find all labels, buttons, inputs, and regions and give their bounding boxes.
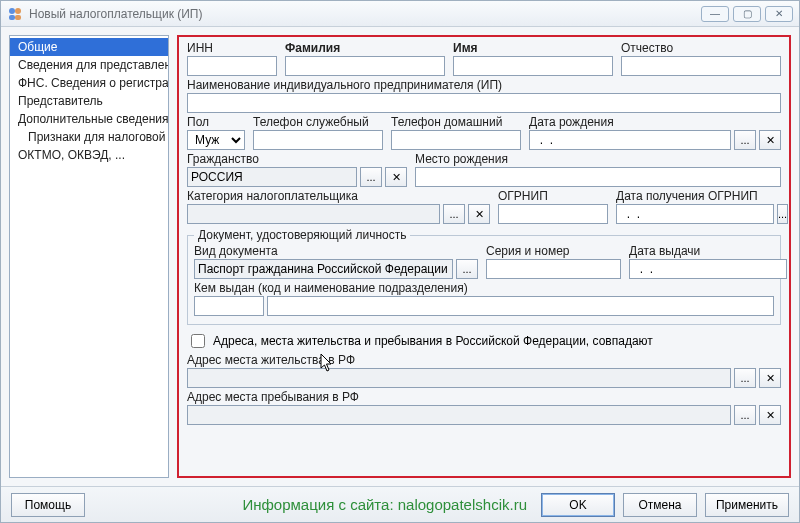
label-doc-issue-date: Дата выдачи	[629, 244, 774, 258]
label-surname: Фамилия	[285, 41, 445, 55]
work-phone-input[interactable]	[253, 130, 383, 150]
doc-type-input[interactable]	[194, 259, 453, 279]
addr-residence-clear-button[interactable]: ✕	[759, 368, 781, 388]
label-home-phone: Телефон домашний	[391, 115, 521, 129]
minimize-button[interactable]: —	[701, 6, 729, 22]
nav-item-oktmo-okved[interactable]: ОКТМО, ОКВЭД, ...	[10, 146, 168, 164]
nav-item-additional[interactable]: Дополнительные сведения	[10, 110, 168, 128]
ogrnip-date-pick-button[interactable]: ...	[777, 204, 788, 224]
nav-item-representative[interactable]: Представитель	[10, 92, 168, 110]
taxpayer-category-input[interactable]	[187, 204, 440, 224]
label-doc-series: Серия и номер	[486, 244, 621, 258]
issued-by-code-input[interactable]	[194, 296, 264, 316]
citizenship-clear-button[interactable]: ✕	[385, 167, 407, 187]
taxpayer-category-pick-button[interactable]: ...	[443, 204, 465, 224]
patronymic-input[interactable]	[621, 56, 781, 76]
addr-stay-pick-button[interactable]: ...	[734, 405, 756, 425]
addr-stay-input[interactable]	[187, 405, 731, 425]
nav-item-tax-signs[interactable]: Признаки для налоговой о	[10, 128, 168, 146]
label-name: Имя	[453, 41, 613, 55]
ok-button[interactable]: OK	[541, 493, 615, 517]
svg-point-0	[9, 8, 15, 14]
apply-button[interactable]: Применить	[705, 493, 789, 517]
full-ip-name-input[interactable]	[187, 93, 781, 113]
inn-input[interactable]	[187, 56, 277, 76]
nav-item-fns-registration[interactable]: ФНС. Сведения о регистрац	[10, 74, 168, 92]
label-ogrnip: ОГРНИП	[498, 189, 608, 203]
birth-date-input[interactable]	[529, 130, 731, 150]
dialog-footer: Помощь Информация с сайта: nalogopatelsh…	[1, 486, 799, 522]
dialog-window: Новый налогоплательщик (ИП) — ▢ ✕ Общие …	[0, 0, 800, 523]
doc-series-input[interactable]	[486, 259, 621, 279]
birth-date-pick-button[interactable]: ...	[734, 130, 756, 150]
label-doc-type: Вид документа	[194, 244, 478, 258]
svg-rect-2	[9, 15, 15, 20]
label-birth-place: Место рождения	[415, 152, 781, 166]
label-inn: ИНН	[187, 41, 277, 55]
nav-item-general[interactable]: Общие	[10, 38, 168, 56]
birth-date-clear-button[interactable]: ✕	[759, 130, 781, 150]
label-patronymic: Отчество	[621, 41, 781, 55]
close-button[interactable]: ✕	[765, 6, 793, 22]
label-work-phone: Телефон служебный	[253, 115, 383, 129]
identity-document-section: Документ, удостоверяющий личность Вид до…	[187, 228, 781, 325]
addresses-same-label: Адреса, места жительства и пребывания в …	[213, 334, 653, 348]
dialog-body: Общие Сведения для представлени ФНС. Све…	[1, 27, 799, 486]
citizenship-pick-button[interactable]: ...	[360, 167, 382, 187]
ogrnip-input[interactable]	[498, 204, 608, 224]
issued-by-name-input[interactable]	[267, 296, 774, 316]
addresses-same-checkbox-row[interactable]: Адреса, места жительства и пребывания в …	[187, 331, 781, 351]
identity-document-legend: Документ, удостоверяющий личность	[194, 228, 410, 242]
home-phone-input[interactable]	[391, 130, 521, 150]
form-panel: ИНН Фамилия Имя Отчество	[177, 35, 791, 478]
label-addr-residence: Адрес места жительства в РФ	[187, 353, 781, 367]
label-full-ip-name: Наименование индивидуального предпринима…	[187, 78, 781, 92]
titlebar: Новый налогоплательщик (ИП) — ▢ ✕	[1, 1, 799, 27]
surname-input[interactable]	[285, 56, 445, 76]
label-ogrnip-date: Дата получения ОГРНИП	[616, 189, 781, 203]
window-controls: — ▢ ✕	[701, 6, 793, 22]
cancel-button[interactable]: Отмена	[623, 493, 697, 517]
doc-issue-date-pick-button[interactable]: ...	[790, 259, 791, 279]
label-sex: Пол	[187, 115, 245, 129]
sex-select[interactable]: Муж	[187, 130, 245, 150]
addresses-same-checkbox[interactable]	[191, 334, 205, 348]
svg-rect-3	[15, 15, 21, 20]
nav-item-presentation[interactable]: Сведения для представлени	[10, 56, 168, 74]
label-taxpayer-category: Категория налогоплательщика	[187, 189, 490, 203]
label-birth-date: Дата рождения	[529, 115, 781, 129]
birth-place-input[interactable]	[415, 167, 781, 187]
addr-stay-clear-button[interactable]: ✕	[759, 405, 781, 425]
ogrnip-date-input[interactable]	[616, 204, 774, 224]
app-icon	[7, 6, 23, 22]
addr-residence-input[interactable]	[187, 368, 731, 388]
citizenship-input[interactable]	[187, 167, 357, 187]
nav-panel: Общие Сведения для представлени ФНС. Све…	[9, 35, 169, 478]
help-button[interactable]: Помощь	[11, 493, 85, 517]
name-input[interactable]	[453, 56, 613, 76]
svg-point-1	[15, 8, 21, 14]
doc-type-pick-button[interactable]: ...	[456, 259, 478, 279]
maximize-button[interactable]: ▢	[733, 6, 761, 22]
label-addr-stay: Адрес места пребывания в РФ	[187, 390, 781, 404]
watermark-text: Информация с сайта: nalogopatelshcik.ru	[242, 496, 527, 513]
label-citizenship: Гражданство	[187, 152, 407, 166]
taxpayer-category-clear-button[interactable]: ✕	[468, 204, 490, 224]
doc-issue-date-input[interactable]	[629, 259, 787, 279]
addr-residence-pick-button[interactable]: ...	[734, 368, 756, 388]
window-title: Новый налогоплательщик (ИП)	[29, 7, 701, 21]
label-issued-by: Кем выдан (код и наименование подразделе…	[194, 281, 774, 295]
